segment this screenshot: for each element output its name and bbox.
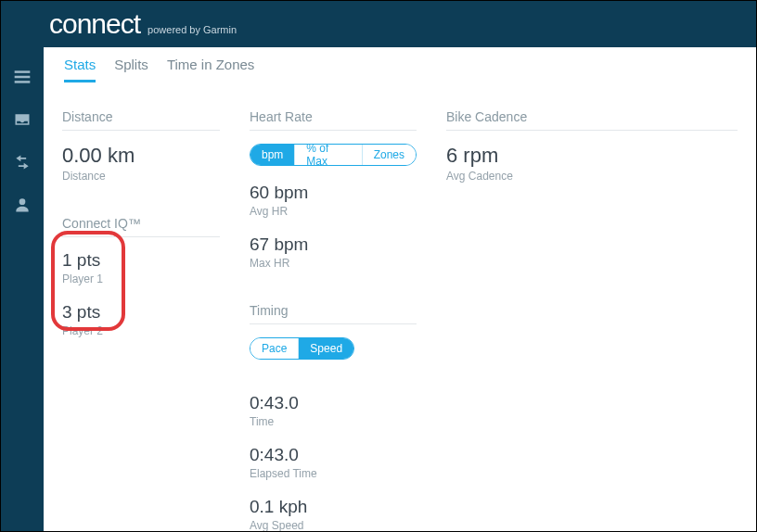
brand-tagline: powered by Garmin <box>148 24 237 35</box>
avg-hr-label: Avg HR <box>250 205 417 218</box>
time-value: 0:43.0 <box>250 393 417 413</box>
tab-time-in-zones[interactable]: Time in Zones <box>167 55 254 82</box>
hr-pill-pctmax[interactable]: % of Max <box>295 145 362 165</box>
profile-icon[interactable] <box>13 196 32 214</box>
distance-title: Distance <box>62 109 220 131</box>
ciq-label-1: Player 1 <box>62 272 220 285</box>
content-card: Stats Splits Time in Zones Distance 0.00… <box>44 47 756 531</box>
avg-hr-value: 60 bpm <box>250 183 417 203</box>
distance-label: Distance <box>62 170 220 183</box>
hr-pill-bpm[interactable]: bpm <box>250 145 295 165</box>
connect-iq-title: Connect IQ™ <box>62 216 220 237</box>
hr-pill-group: bpm % of Max Zones <box>250 144 417 166</box>
timing-pill-pace[interactable]: Pace <box>250 338 299 359</box>
hr-pill-zones[interactable]: Zones <box>363 145 416 165</box>
max-hr-value: 67 bpm <box>250 234 417 255</box>
tabs: Stats Splits Time in Zones <box>44 47 756 83</box>
inbox-icon[interactable] <box>13 110 32 129</box>
elapsed-value: 0:43.0 <box>250 445 417 465</box>
ciq-label-2: Player 2 <box>62 324 220 337</box>
svg-rect-0 <box>15 70 31 73</box>
menu-icon[interactable] <box>13 68 32 86</box>
heart-rate-title: Heart Rate <box>250 109 417 131</box>
ciq-value-1: 1 pts <box>62 250 220 271</box>
svg-rect-1 <box>15 76 31 79</box>
sync-icon[interactable] <box>13 153 32 171</box>
svg-rect-2 <box>15 81 31 83</box>
brand: connect powered by Garmin <box>49 8 237 40</box>
side-rail <box>1 1 44 531</box>
max-hr-label: Max HR <box>250 257 417 270</box>
timing-pill-group: Pace Speed <box>250 337 354 360</box>
ciq-value-2: 3 pts <box>62 302 220 323</box>
avg-speed-label: Avg Speed <box>250 519 417 531</box>
time-label: Time <box>250 415 417 428</box>
tab-splits[interactable]: Splits <box>114 55 148 82</box>
tab-stats[interactable]: Stats <box>64 55 96 82</box>
avg-speed-value: 0.1 kph <box>250 497 417 517</box>
cadence-value: 6 rpm <box>446 144 738 168</box>
distance-value: 0.00 km <box>62 144 220 168</box>
cadence-label: Avg Cadence <box>446 170 738 183</box>
elapsed-label: Elapsed Time <box>250 467 417 480</box>
timing-pill-speed[interactable]: Speed <box>299 338 353 359</box>
top-bar: connect powered by Garmin <box>44 1 756 47</box>
cadence-title: Bike Cadence <box>446 109 738 131</box>
brand-logo: connect <box>49 8 140 40</box>
timing-title: Timing <box>250 303 417 324</box>
svg-point-3 <box>19 198 26 205</box>
